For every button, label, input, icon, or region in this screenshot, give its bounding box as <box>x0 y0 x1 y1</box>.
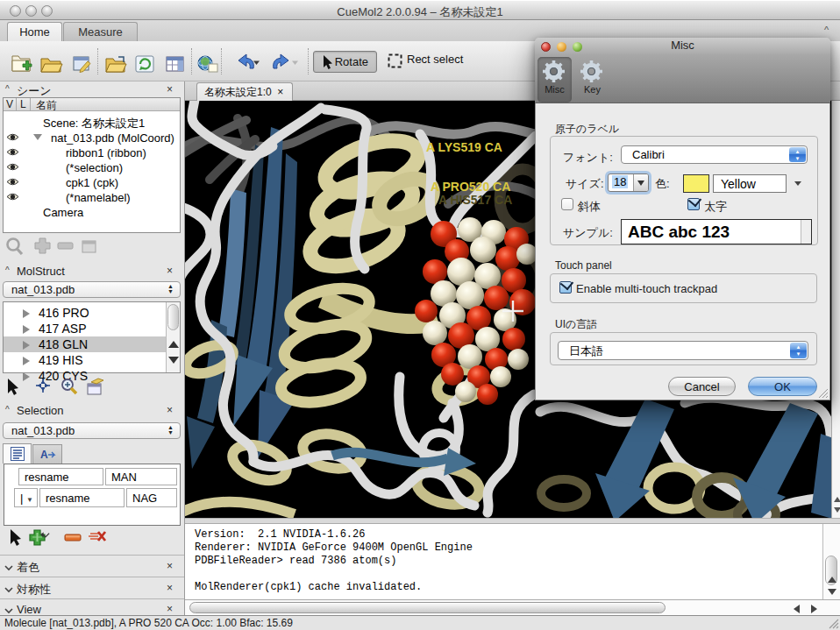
svg-text:A LYS519 CA: A LYS519 CA <box>426 140 502 154</box>
svg-text:A PRO520 CA: A PRO520 CA <box>431 180 510 194</box>
svg-text:A: A <box>40 449 48 461</box>
svg-text:A HIS517 CA: A HIS517 CA <box>438 193 512 207</box>
